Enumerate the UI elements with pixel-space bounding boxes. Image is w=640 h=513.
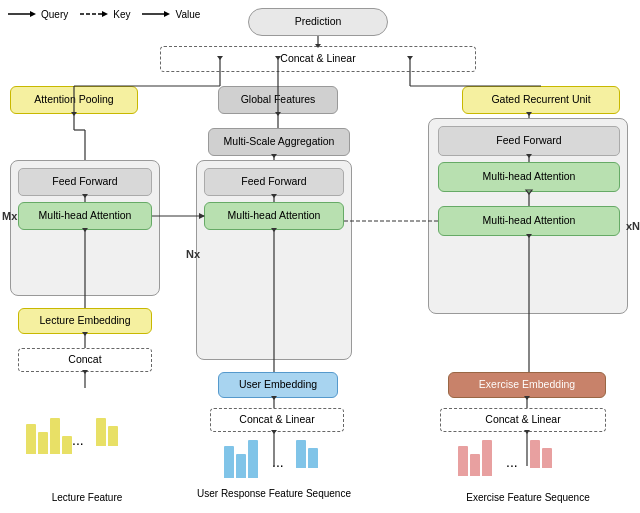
concat-left: Concat xyxy=(18,348,152,372)
nx-label-center: Nx xyxy=(186,248,200,260)
lecture-feature-label: Lecture Feature xyxy=(10,492,164,503)
prediction-label: Prediction xyxy=(295,15,342,29)
mha-center-label: Multi-head Attention xyxy=(228,209,321,223)
lecture-embedding-label: Lecture Embedding xyxy=(39,314,130,328)
legend: Query Key Value xyxy=(8,8,200,20)
user-dots: ... xyxy=(272,454,284,470)
prediction-box: Prediction xyxy=(248,8,388,36)
diagram-container: Query Key Value Prediction Concat & Line… xyxy=(0,0,640,513)
multi-scale-box: Multi-Scale Aggregation xyxy=(208,128,350,156)
concat-linear-center-label: Concat & Linear xyxy=(239,413,314,427)
mha-left-label: Multi-head Attention xyxy=(39,209,132,223)
global-features-label: Global Features xyxy=(241,93,316,107)
exercise-embedding-box: Exercise Embedding xyxy=(448,372,606,398)
exercise-embedding-label: Exercise Embedding xyxy=(479,378,575,392)
feed-forward-left-label: Feed Forward xyxy=(52,175,117,189)
lecture-feature-bars xyxy=(26,418,72,454)
mha-right-bottom: Multi-head Attention xyxy=(438,206,620,236)
feed-forward-right: Feed Forward xyxy=(438,126,620,156)
user-embedding-label: User Embedding xyxy=(239,378,317,392)
feed-forward-right-label: Feed Forward xyxy=(496,134,561,148)
global-features-box: Global Features xyxy=(218,86,338,114)
gru-label: Gated Recurrent Unit xyxy=(491,93,590,107)
concat-left-label: Concat xyxy=(68,353,101,367)
lecture-dots: ... xyxy=(72,432,84,448)
mx-label: Mx xyxy=(2,210,17,222)
svg-marker-1 xyxy=(30,11,36,17)
attention-pooling-label: Attention Pooling xyxy=(34,93,113,107)
concat-linear-top-label: Concat & Linear xyxy=(280,52,355,66)
mha-right-bottom-label: Multi-head Attention xyxy=(483,214,576,228)
concat-linear-right: Concat & Linear xyxy=(440,408,606,432)
mha-right-top: Multi-head Attention xyxy=(438,162,620,192)
exercise-feature-bars-2 xyxy=(530,440,552,468)
exercise-feature-label: Exercise Feature Sequence xyxy=(428,492,628,503)
user-feature-bars-2 xyxy=(296,440,318,468)
concat-linear-right-label: Concat & Linear xyxy=(485,413,560,427)
legend-query-label: Query xyxy=(41,9,68,20)
legend-key-label: Key xyxy=(113,9,130,20)
feed-forward-left: Feed Forward xyxy=(18,168,152,196)
lecture-embedding-box: Lecture Embedding xyxy=(18,308,152,334)
concat-linear-center: Concat & Linear xyxy=(210,408,344,432)
mha-left: Multi-head Attention xyxy=(18,202,152,230)
mha-right-top-label: Multi-head Attention xyxy=(483,170,576,184)
user-feature-bars xyxy=(224,440,258,478)
user-response-label: User Response Feature Sequence xyxy=(196,488,352,499)
user-embedding-box: User Embedding xyxy=(218,372,338,398)
concat-linear-top: Concat & Linear xyxy=(160,46,476,72)
feed-forward-center: Feed Forward xyxy=(204,168,344,196)
lecture-feature-bars-2 xyxy=(96,418,118,446)
gru-box: Gated Recurrent Unit xyxy=(462,86,620,114)
exercise-feature-bars xyxy=(458,440,492,476)
xn-label-right: xN xyxy=(626,220,640,232)
exercise-dots: ... xyxy=(506,454,518,470)
legend-value: Value xyxy=(142,8,200,20)
attention-pooling-box: Attention Pooling xyxy=(10,86,138,114)
legend-query: Query xyxy=(8,8,68,20)
multi-scale-label: Multi-Scale Aggregation xyxy=(224,135,335,149)
svg-marker-3 xyxy=(102,11,108,17)
legend-value-label: Value xyxy=(175,9,200,20)
mha-center: Multi-head Attention xyxy=(204,202,344,230)
legend-key: Key xyxy=(80,8,130,20)
svg-marker-5 xyxy=(164,11,170,17)
feed-forward-center-label: Feed Forward xyxy=(241,175,306,189)
